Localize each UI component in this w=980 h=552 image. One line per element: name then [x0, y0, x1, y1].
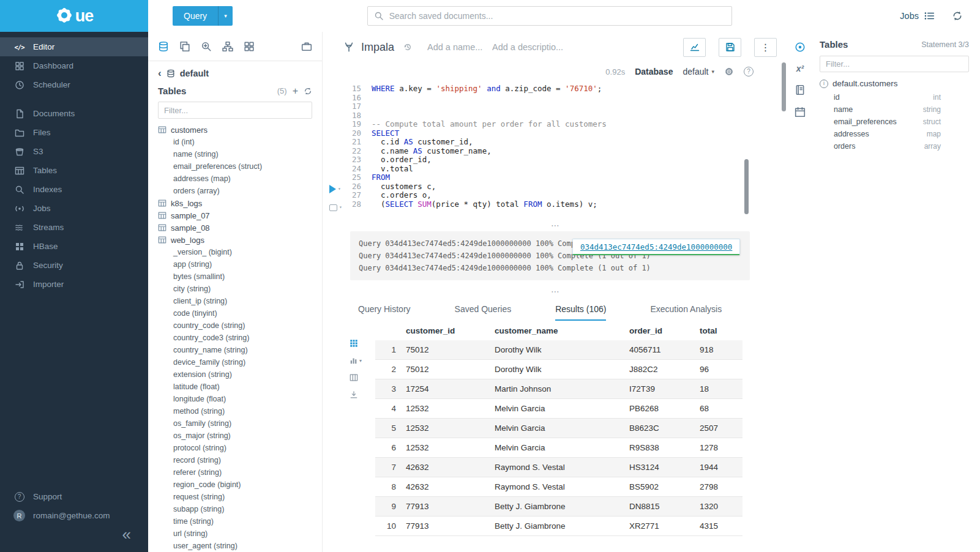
column-item[interactable]: name (string) [158, 148, 312, 160]
sidebar-item-user[interactable]: R romain@gethue.com [0, 506, 148, 525]
tab-query-history[interactable]: Query History [358, 304, 411, 321]
code-content[interactable]: WHERE a.key = 'shipping' and a.zip_code … [365, 81, 789, 219]
table-row[interactable]: 2 75012 Dorothy Wilk J882C2 96 [375, 360, 742, 379]
column-item[interactable]: url (string) [158, 528, 312, 540]
column-item[interactable]: bytes (smallint) [158, 270, 312, 283]
sql-source-icon[interactable] [158, 41, 169, 52]
apps-grid-icon[interactable] [244, 41, 255, 52]
column-item[interactable]: extension (string) [158, 368, 312, 381]
table-row[interactable]: 8 42632 Raymond S. Vestal BS5902 2798 [375, 477, 742, 497]
briefcase-icon[interactable] [301, 41, 312, 52]
sidebar-item-documents[interactable]: Documents [0, 104, 148, 123]
grid-view-icon[interactable] [350, 339, 358, 348]
new-query-button[interactable]: Query ▾ [173, 6, 233, 26]
table-item-sample-08[interactable]: sample_08 [158, 222, 312, 234]
back-chevron-icon[interactable]: ‹ [158, 68, 162, 78]
sidebar-item-security[interactable]: Security [0, 256, 148, 275]
column-item[interactable]: protocol (string) [158, 442, 312, 454]
sidebar-item-editor[interactable]: </> Editor [0, 37, 148, 56]
sidebar-item-importer[interactable]: Importer [0, 275, 148, 294]
right-assist-filter-input[interactable] [820, 56, 969, 72]
columns-view-icon[interactable] [350, 373, 358, 382]
column-item[interactable]: region_code (bigint) [158, 479, 312, 491]
table-item-customers[interactable]: customers [158, 124, 312, 136]
column-item[interactable]: record (string) [158, 454, 312, 466]
column-item[interactable]: app (string) [158, 258, 312, 270]
download-icon[interactable] [350, 390, 358, 399]
zoom-in-icon[interactable] [201, 41, 212, 52]
table-row[interactable]: 4 12532 Melvin Garcia PB6268 68 [375, 399, 742, 419]
table-row[interactable]: 5 12532 Melvin Garcia B8623C 2507 [375, 419, 742, 438]
table-row[interactable]: 7 42632 Raymond S. Vestal HS3124 1944 [375, 458, 742, 477]
history-icon[interactable] [952, 10, 963, 21]
sidebar-item-dashboard[interactable]: Dashboard [0, 56, 148, 75]
schedule-icon[interactable] [795, 106, 806, 117]
breadcrumb-database[interactable]: default [180, 69, 209, 78]
column-item[interactable]: os_family (string) [158, 417, 312, 430]
table-row[interactable]: 6 12532 Melvin Garcia R9S838 1278 [375, 438, 742, 458]
column-item[interactable]: referer (string) [158, 466, 312, 479]
insert-at-cursor-button[interactable]: ▾ [329, 203, 342, 212]
sidebar-collapse-button[interactable]: « [0, 525, 148, 550]
add-table-icon[interactable]: + [293, 86, 298, 96]
functions-icon[interactable]: x² [796, 64, 804, 73]
column-item[interactable]: user_agent (string) [158, 540, 312, 552]
gear-icon[interactable] [724, 67, 734, 76]
column-row[interactable]: addresses map [820, 128, 969, 140]
sidebar-item-hbase[interactable]: HBase [0, 237, 148, 256]
table-row[interactable]: 10 77913 Betty J. Giambrone XR2771 4315 [375, 517, 742, 536]
table-row[interactable]: 3 17254 Martin Johnson I72T39 18 [375, 379, 742, 399]
sql-editor[interactable]: ▾ ▾ 1516171819202122232425262728 WHERE a… [323, 81, 789, 219]
column-item[interactable]: addresses (map) [158, 173, 312, 185]
column-item[interactable]: city (string) [158, 283, 312, 295]
column-item[interactable]: device_family (string) [158, 356, 312, 368]
jobs-link[interactable]: Jobs [900, 10, 935, 21]
database-select[interactable]: default ▾ [683, 67, 714, 76]
documents-source-icon[interactable] [179, 41, 190, 52]
assistant-icon[interactable] [795, 42, 806, 53]
search-input[interactable] [389, 11, 725, 21]
assist-filter-input[interactable] [158, 102, 312, 119]
column-item[interactable]: country_code3 (string) [158, 332, 312, 344]
sidebar-item-indexes[interactable]: Indexes [0, 180, 148, 199]
chevron-down-icon[interactable]: ▾ [218, 6, 233, 26]
column-item[interactable]: time (string) [158, 515, 312, 528]
refresh-icon[interactable] [304, 87, 312, 95]
sidebar-item-scheduler[interactable]: Scheduler [0, 75, 148, 94]
column-item[interactable]: email_preferences (struct) [158, 160, 312, 173]
execute-query-button[interactable]: ▾ [329, 185, 341, 194]
sidebar-item-streams[interactable]: Streams [0, 218, 148, 237]
editor-scrollbar[interactable] [744, 159, 749, 214]
column-row[interactable]: email_preferences struct [820, 116, 969, 128]
column-item[interactable]: client_ip (string) [158, 295, 312, 307]
column-header[interactable]: customer_id [406, 326, 495, 335]
table-item-k8s-logs[interactable]: k8s_logs [158, 197, 312, 209]
sidebar-item-support[interactable]: ? Support [0, 487, 148, 506]
column-row[interactable]: name string [820, 103, 969, 116]
chart-view-icon[interactable]: ▾ [350, 356, 362, 365]
column-item[interactable]: country_code (string) [158, 319, 312, 332]
table-row[interactable]: 1 75012 Dorothy Wilk 4056711 918 [375, 340, 742, 360]
table-item-sample-07[interactable]: sample_07 [158, 209, 312, 222]
column-item[interactable]: id (int) [158, 136, 312, 148]
sidebar-item-s3[interactable]: S3 [0, 142, 148, 161]
column-item[interactable]: country_name (string) [158, 344, 312, 356]
table-item-web-logs[interactable]: web_logs [158, 234, 312, 246]
sidebar-item-files[interactable]: Files [0, 123, 148, 142]
active-table-row[interactable]: i default.customers [820, 79, 969, 88]
info-icon[interactable]: i [820, 80, 828, 88]
column-item[interactable]: os_major (string) [158, 430, 312, 442]
column-item[interactable]: longitude (float) [158, 393, 312, 405]
column-header[interactable]: customer_name [495, 326, 629, 335]
log-results-splitter[interactable]: ⋯ [323, 285, 789, 297]
hue-logo[interactable]: ue [0, 0, 148, 32]
table-row[interactable]: 9 77913 Betty J. Giambrone DN8815 1320 [375, 497, 742, 517]
query-history-icon[interactable] [403, 43, 412, 51]
sidebar-item-jobs[interactable]: Jobs [0, 199, 148, 218]
query-description-input[interactable] [492, 42, 578, 52]
tab-execution-analysis[interactable]: Execution Analysis [650, 304, 722, 321]
column-item[interactable]: subapp (string) [158, 503, 312, 515]
chart-button[interactable] [683, 38, 706, 57]
help-icon[interactable]: ? [744, 67, 754, 76]
tab-results[interactable]: Results (106) [555, 304, 606, 321]
